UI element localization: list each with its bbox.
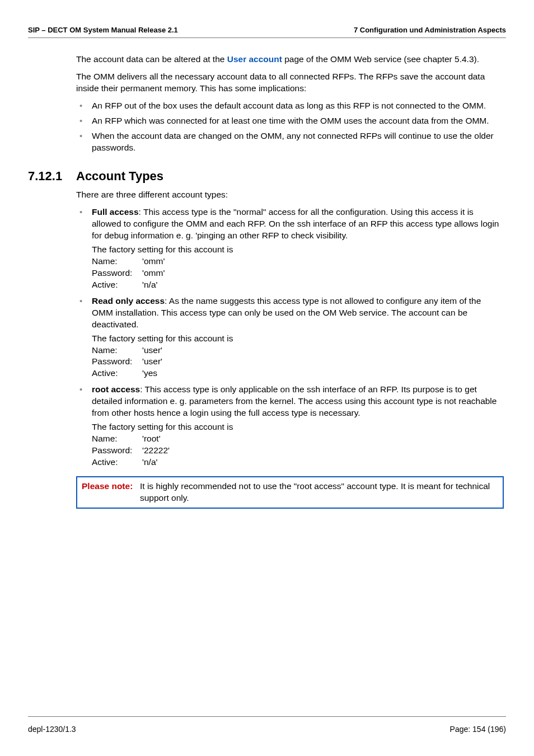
page-footer: depl-1230/1.3 Page: 154 (196)	[28, 716, 506, 734]
name-value: 'root'	[142, 434, 161, 443]
page-header: SIP – DECT OM System Manual Release 2.1 …	[28, 26, 506, 38]
account-type-lead: Full access	[92, 207, 139, 217]
section-number: 7.12.1	[28, 169, 76, 184]
intro-p1-a: The account data can be altered at the	[76, 54, 227, 64]
intro-bullet-item: When the account data are changed on the…	[76, 130, 504, 154]
password-value: '22222'	[142, 445, 170, 455]
account-types-list: Full access: This access type is the "no…	[76, 206, 504, 468]
header-left: SIP – DECT OM System Manual Release 2.1	[28, 26, 178, 34]
section-heading-row: 7.12.1 Account Types	[28, 169, 506, 184]
name-value: 'omm'	[142, 256, 165, 266]
factory-setting-label: The factory setting for this account is	[92, 244, 504, 256]
account-type-lead: root access	[92, 384, 140, 394]
password-label: Password:	[92, 356, 142, 368]
active-value: 'n/a'	[142, 280, 157, 289]
intro-bullet-item: An RFP which was connected for at least …	[76, 115, 504, 127]
intro-bullet-list: An RFP out of the box uses the default a…	[76, 100, 504, 154]
active-label: Active:	[92, 457, 142, 468]
name-label: Name:	[92, 256, 142, 267]
please-note-box: Please note: It is highly recommended no…	[76, 476, 504, 509]
section-title: Account Types	[76, 169, 163, 184]
password-value: 'user'	[142, 356, 162, 366]
name-label: Name:	[92, 345, 142, 356]
active-label: Active:	[92, 279, 142, 291]
account-type-item: Full access: This access type is the "no…	[76, 206, 504, 290]
note-text: It is highly recommended not to use the …	[140, 481, 498, 504]
name-label: Name:	[92, 433, 142, 445]
password-label: Password:	[92, 267, 142, 279]
section-intro: There are three different account types:	[76, 189, 504, 201]
account-type-item: Read only access: As the name suggests t…	[76, 295, 504, 379]
active-label: Active:	[92, 368, 142, 379]
header-right: 7 Configuration und Administration Aspec…	[354, 26, 506, 34]
active-value: 'n/a'	[142, 457, 157, 467]
intro-paragraph-2: The OMM delivers all the necessary accou…	[76, 71, 504, 95]
account-type-item: root access: This access type is only ap…	[76, 384, 504, 468]
active-value: 'yes	[142, 368, 157, 378]
intro-bullet-item: An RFP out of the box uses the default a…	[76, 100, 504, 112]
intro-paragraph-1: The account data can be altered at the U…	[76, 54, 504, 65]
note-label: Please note:	[82, 481, 133, 491]
footer-left: depl-1230/1.3	[28, 725, 76, 734]
account-type-lead: Read only access	[92, 296, 165, 306]
factory-setting-label: The factory setting for this account is	[92, 333, 504, 345]
name-value: 'user'	[142, 345, 162, 355]
account-type-desc: : This access type is the "normal" acces…	[92, 207, 499, 240]
password-label: Password:	[92, 445, 142, 457]
footer-right: Page: 154 (196)	[450, 725, 506, 734]
factory-setting-label: The factory setting for this account is	[92, 421, 504, 433]
password-value: 'omm'	[142, 268, 165, 278]
user-account-link[interactable]: User account	[227, 54, 282, 64]
intro-p1-b: page of the OMM Web service (see chapter…	[282, 54, 479, 64]
account-type-desc: : This access type is only applicable on…	[92, 384, 496, 417]
